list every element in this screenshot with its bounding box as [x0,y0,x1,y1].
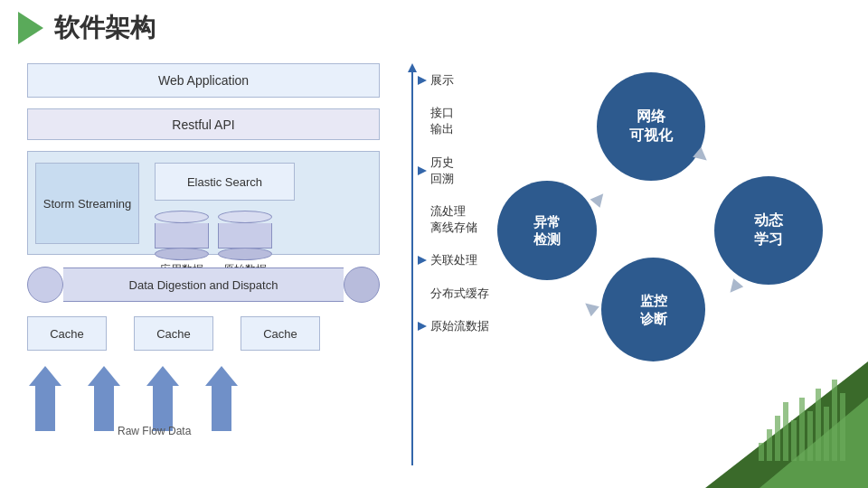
bar-deco-4 [791,420,797,461]
bar-chart-decoration [759,380,845,461]
digestion-cyl-left [27,267,63,303]
cyl-bottom [218,248,272,260]
cache-box-1: Cache [27,316,107,351]
digestion-label: Data Digestion and Dispatch [129,278,278,292]
storm-streaming-box: Storm Streaming [35,163,139,244]
elastic-search-label: Elastic Search [187,175,262,189]
axis-arrow-right-icon [418,256,427,265]
arrow-up-1 [27,366,63,431]
arrow-body [212,386,231,431]
arrow-body [94,386,114,431]
arrow-head [146,366,179,386]
circle-dynamic-learn: 动态学习 [714,176,823,285]
digestion-box: Data Digestion and Dispatch [27,267,380,303]
bar-deco-0 [759,443,764,461]
bar-deco-2 [775,416,780,461]
page-title: 软件架构 [54,11,156,45]
cache-label-2: Cache [156,327,191,341]
bar-deco-8 [824,407,829,461]
cyl-body [155,223,209,249]
cyl-body [218,223,272,249]
axis-arrow-right-icon [418,166,427,175]
arrow-up-4 [203,366,240,431]
circle-top-label: 网络可视化 [629,108,673,145]
circle-monitor-diag: 监控诊断 [601,258,705,361]
arrow-up-3 [145,366,181,431]
axis-label-text-2: 历史 回溯 [430,155,454,187]
bar-deco-7 [816,389,821,461]
axis-line [411,68,413,465]
storm-streaming-label: Storm Streaming [43,197,132,211]
arrows-row [27,366,380,431]
digestion-label-box: Data Digestion and Dispatch [63,267,344,302]
arrow-body [35,386,55,431]
bar-deco-3 [783,402,788,461]
elastic-search-box: Elastic Search [155,163,295,201]
restful-api-label: Restful API [172,117,234,132]
web-application-box: Web Application [27,63,380,98]
title-triangle-icon [18,12,43,44]
restful-api-box: Restful API [27,108,380,140]
circle-arrow-bl-icon: ► [573,292,606,325]
bar-deco-1 [767,429,772,461]
cache-label-1: Cache [50,327,84,341]
circle-anomaly-detect: 异常检测 [497,181,597,280]
arrow-up-2 [86,366,122,431]
axis-arrow-right-icon [418,76,427,85]
arrow-head [29,366,61,386]
cyl-bottom [155,248,209,260]
bar-deco-10 [840,393,845,461]
arch-diagram: Web Application Restful API Storm Stream… [27,63,416,479]
cache-box-2: Cache [134,316,213,351]
raw-flow-label: Raw Flow Data [118,425,191,437]
web-application-label: Web Application [158,73,249,88]
circle-right-label: 动态学习 [754,211,783,249]
arrow-head [205,366,238,386]
cyl-top [155,211,209,223]
bar-deco-5 [799,398,805,461]
digestion-cyl-right [344,267,380,303]
bar-deco-6 [807,411,813,461]
axis-arrow-right-icon [418,322,427,331]
axis-label-text-0: 展示 [430,72,454,89]
circle-network-viz: 网络可视化 [597,72,705,181]
middle-section: Storm Streaming Elastic Search 应用数据 原始数据 [27,151,380,255]
bar-deco-9 [832,380,837,461]
cache-row: Cache Cache Cache [27,316,380,351]
circle-left-label: 异常检测 [533,213,561,249]
cache-label-3: Cache [263,327,297,341]
cyl-top [218,211,272,223]
cache-box-3: Cache [241,316,320,351]
axis-label-text-1: 接口 输出 [430,105,454,137]
title-area: 软件架构 [0,0,868,56]
circle-bottom-label: 监控诊断 [640,292,667,327]
arrow-head [88,366,120,386]
